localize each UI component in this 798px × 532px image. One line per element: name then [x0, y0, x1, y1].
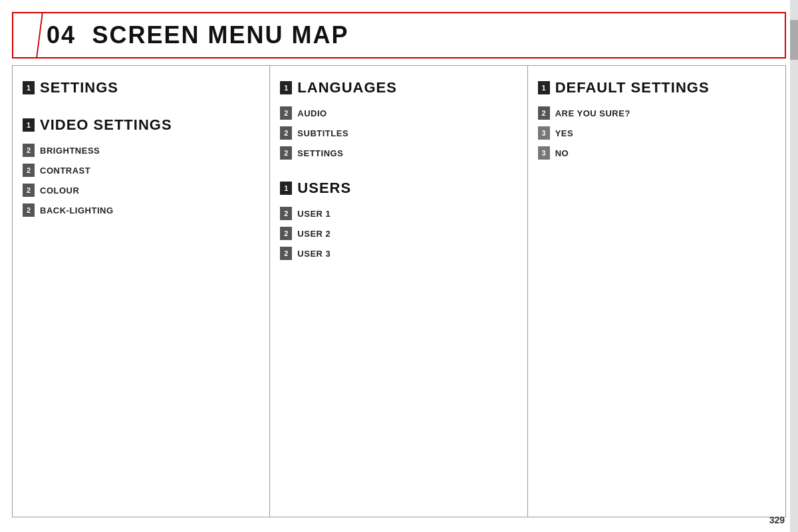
section-title-settings: 1SETTINGS [23, 79, 259, 96]
section-title-video-settings: 1VIDEO SETTINGS [23, 116, 259, 134]
menu-item: 2USER 1 [280, 207, 517, 220]
menu-item: 2USER 3 [280, 247, 517, 260]
section-settings: 1SETTINGS [23, 79, 259, 96]
item-label: USER 1 [297, 209, 331, 219]
menu-item: 2AUDIO [280, 106, 517, 120]
section-label-users: USERS [297, 180, 351, 197]
menu-item: 3NO [538, 146, 775, 160]
item-label: COLOUR [40, 186, 79, 196]
badge-level-2: 2 [23, 164, 35, 177]
badge-level-3: 3 [538, 126, 550, 140]
badge-level-2: 2 [280, 207, 292, 220]
section-video-settings: 1VIDEO SETTINGS2BRIGHTNESS2CONTRAST2COLO… [23, 116, 259, 217]
badge-level-1: 1 [23, 118, 35, 132]
badge-level-1: 1 [23, 81, 35, 94]
menu-item: 2COLOUR [23, 184, 259, 197]
page-title-text: SCREEN MENU MAP [92, 21, 349, 49]
item-label: SUBTITLES [297, 128, 348, 138]
menu-item: 2USER 2 [280, 227, 517, 240]
badge-level-2: 2 [23, 144, 35, 157]
badge-level-2: 2 [280, 126, 292, 140]
badge-level-1: 1 [538, 81, 550, 94]
menu-item: 2SETTINGS [280, 146, 517, 160]
section-title-languages: 1LANGUAGES [280, 79, 517, 96]
page-number: 329 [769, 515, 785, 525]
section-label-languages: LANGUAGES [297, 79, 397, 96]
badge-level-1: 1 [280, 81, 292, 94]
badge-level-2: 2 [280, 106, 292, 120]
badge-level-2: 2 [280, 247, 292, 260]
badge-level-2: 2 [280, 146, 292, 160]
item-label: AUDIO [297, 108, 327, 118]
page-title: 04 [47, 21, 76, 49]
badge-level-2: 2 [23, 203, 35, 217]
item-label: USER 2 [297, 229, 331, 239]
badge-level-3: 3 [538, 146, 550, 160]
section-languages: 1LANGUAGES2AUDIO2SUBTITLES2SETTINGS [280, 79, 517, 160]
item-label: BRIGHTNESS [40, 146, 100, 156]
badge-level-2: 2 [23, 184, 35, 197]
menu-item: 2BRIGHTNESS [23, 144, 259, 157]
section-title-default-settings: 1DEFAULT SETTINGS [538, 79, 775, 96]
column-col2: 1LANGUAGES2AUDIO2SUBTITLES2SETTINGS1USER… [270, 66, 527, 517]
section-label-video-settings: VIDEO SETTINGS [40, 116, 172, 134]
badge-level-2: 2 [280, 227, 292, 240]
page-header: 04 SCREEN MENU MAP [12, 12, 786, 59]
item-label: YES [555, 128, 574, 138]
item-label: NO [555, 148, 569, 158]
item-label: USER 3 [297, 249, 331, 259]
item-label: BACK-LIGHTING [40, 205, 114, 215]
badge-level-1: 1 [280, 182, 292, 195]
scrollbar[interactable] [790, 0, 798, 532]
section-label-default-settings: DEFAULT SETTINGS [555, 79, 710, 96]
item-label: CONTRAST [40, 166, 90, 176]
menu-item: 2ARE YOU SURE? [538, 106, 775, 120]
content-grid: 1SETTINGS1VIDEO SETTINGS2BRIGHTNESS2CONT… [12, 65, 786, 517]
menu-item: 3YES [538, 126, 775, 140]
section-title-users: 1USERS [280, 180, 517, 197]
menu-item: 2CONTRAST [23, 164, 259, 177]
section-users: 1USERS2USER 12USER 22USER 3 [280, 180, 517, 260]
column-col1: 1SETTINGS1VIDEO SETTINGS2BRIGHTNESS2CONT… [13, 66, 270, 517]
item-label: SETTINGS [297, 148, 343, 158]
item-label: ARE YOU SURE? [555, 108, 630, 118]
section-default-settings: 1DEFAULT SETTINGS2ARE YOU SURE?3YES3NO [538, 79, 775, 160]
header-slash [13, 13, 43, 57]
menu-item: 2BACK-LIGHTING [23, 203, 259, 217]
section-label-settings: SETTINGS [40, 79, 118, 96]
badge-level-2: 2 [538, 106, 550, 120]
column-col3: 1DEFAULT SETTINGS2ARE YOU SURE?3YES3NO [528, 66, 785, 517]
scrollbar-thumb[interactable] [790, 20, 798, 60]
menu-item: 2SUBTITLES [280, 126, 517, 140]
